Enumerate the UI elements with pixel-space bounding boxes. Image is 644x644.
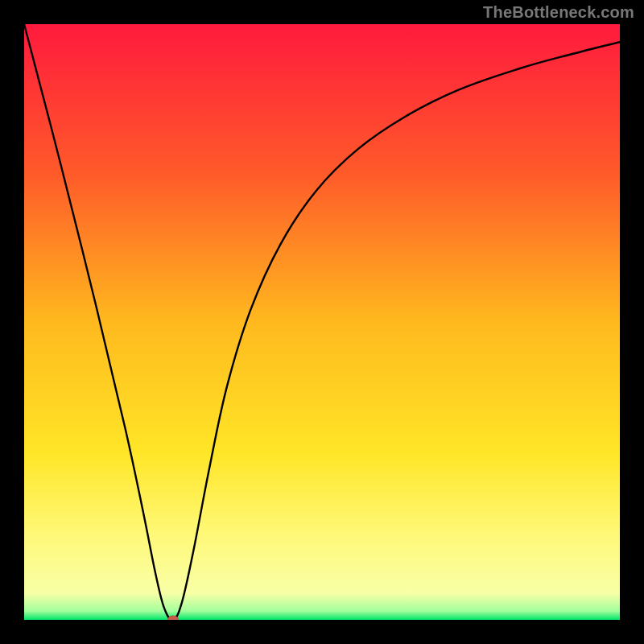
chart-stage: TheBottleneck.com — [0, 0, 644, 644]
optimal-point-marker — [167, 616, 179, 621]
watermark-text: TheBottleneck.com — [483, 3, 634, 22]
plot-area — [24, 24, 620, 620]
bottleneck-curve — [24, 24, 620, 620]
